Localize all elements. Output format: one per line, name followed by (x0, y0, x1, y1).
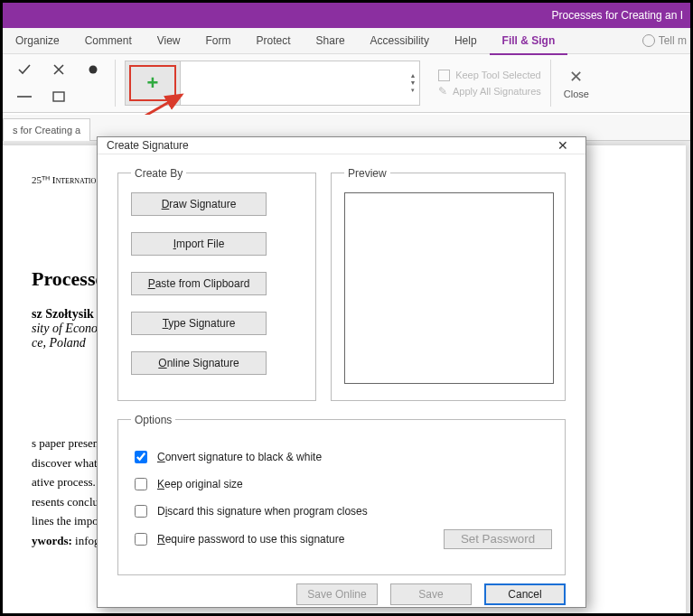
bulb-icon (642, 34, 655, 47)
btn-label: mport File (176, 238, 224, 250)
pen-icon: ✎ (438, 85, 447, 98)
btn-label: raw Signature (169, 198, 236, 210)
close-label: Close (564, 89, 589, 99)
set-password-button: Set Password (444, 529, 552, 549)
import-file-button[interactable]: Import File (131, 232, 267, 256)
tab-view[interactable]: View (145, 28, 193, 53)
tab-share[interactable]: Share (304, 28, 358, 53)
close-icon: ✕ (569, 67, 583, 87)
window-title: Processes for Creating an I (552, 9, 683, 22)
preview-group: Preview (331, 167, 566, 401)
gallery-down[interactable]: ▼ (407, 79, 419, 87)
ribbon: + ▲ ▼ ▾ Keep Tool Selected ✎Apply All Si… (3, 54, 690, 113)
window-titlebar: Processes for Creating an I (3, 3, 690, 28)
tool-check[interactable] (12, 58, 37, 81)
ribbon-tabs: Organize Comment View Form Protect Share… (3, 28, 690, 54)
tab-accessibility[interactable]: Accessibility (358, 28, 442, 53)
opt-keep-label: Keep original size (157, 478, 243, 490)
apply-all-label: Apply All Signatures (453, 86, 541, 97)
create-signature-dialog: Create Signature ✕ Create By Draw Signat… (97, 136, 586, 608)
tab-organize[interactable]: Organize (3, 28, 72, 53)
tool-spacer (80, 85, 106, 108)
tell-me-label: Tell m (659, 34, 687, 47)
tool-rect[interactable] (46, 85, 71, 108)
options-legend: Options (131, 414, 175, 426)
signature-gallery: + ▲ ▼ ▾ (125, 61, 420, 106)
save-button: Save (390, 583, 472, 605)
gallery-more[interactable]: ▾ (407, 87, 419, 94)
btn-label: aste from Clipboard (155, 277, 250, 290)
tab-help[interactable]: Help (442, 28, 490, 53)
svg-point-0 (89, 66, 98, 74)
opt-discard-label: Discard this signature when program clos… (157, 505, 368, 518)
keep-tool-label: Keep Tool Selected (455, 70, 541, 80)
type-signature-button[interactable]: Type Signature (131, 312, 267, 335)
apply-all-signatures[interactable]: ✎Apply All Signatures (438, 85, 541, 98)
tab-form[interactable]: Form (193, 28, 244, 53)
keep-tool-selected[interactable]: Keep Tool Selected (438, 70, 541, 81)
preview-canvas (344, 192, 554, 384)
document-tab[interactable]: s for Creating a (3, 118, 90, 141)
doc-author: sz Szołtysik (32, 307, 94, 321)
opt-convert-label: Convert signature to black & white (157, 451, 322, 463)
btn-label: nline Signature (167, 357, 239, 369)
opt-keep-checkbox[interactable] (135, 478, 147, 490)
opt-discard-checkbox[interactable] (135, 505, 147, 518)
cancel-button[interactable]: Cancel (484, 583, 566, 605)
close-ribbon-button[interactable]: ✕ Close (551, 54, 602, 112)
add-signature-button[interactable]: + (126, 61, 181, 105)
gallery-up[interactable]: ▲ (407, 72, 419, 79)
tab-protect[interactable]: Protect (244, 28, 304, 53)
tool-dot[interactable] (80, 58, 106, 81)
draw-signature-button[interactable]: Draw Signature (131, 192, 267, 216)
dialog-title: Create Signature (107, 139, 189, 152)
create-by-group: Create By Draw Signature Import File Pas… (117, 167, 316, 401)
opt-require-checkbox[interactable] (135, 533, 147, 546)
paste-clipboard-button[interactable]: Paste from Clipboard (131, 272, 267, 295)
opt-require-label: Require password to use this signature (157, 533, 344, 546)
options-group: Options Convert signature to black & whi… (117, 414, 566, 575)
dialog-close-button[interactable]: ✕ (549, 138, 576, 153)
btn-label: ype Signature (168, 317, 235, 330)
tab-comment[interactable]: Comment (72, 28, 145, 53)
svg-rect-2 (53, 92, 64, 101)
opt-convert-checkbox[interactable] (135, 451, 147, 463)
create-by-legend: Create By (131, 167, 186, 180)
tool-line[interactable] (12, 85, 37, 108)
plus-icon: + (147, 71, 159, 95)
save-online-button: Save Online (296, 583, 378, 605)
preview-legend: Preview (344, 167, 390, 180)
online-signature-button[interactable]: Online Signature (131, 351, 267, 375)
tool-cross[interactable] (46, 58, 71, 81)
tell-me[interactable]: Tell m (642, 34, 690, 47)
tab-fill-sign[interactable]: Fill & Sign (490, 28, 568, 55)
